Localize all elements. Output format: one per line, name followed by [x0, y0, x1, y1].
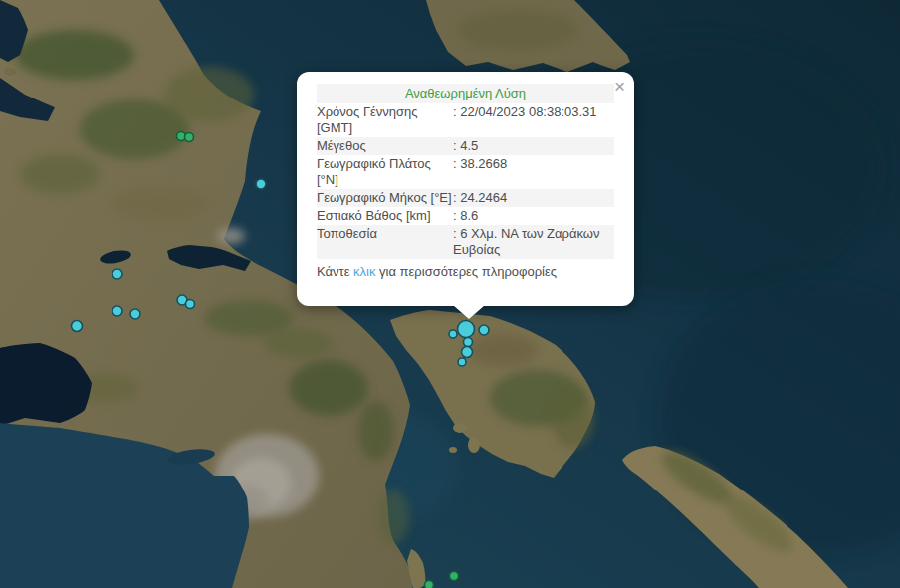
popup-revised-solution: × Αναθεωρημένη Λύση Χρόνος Γέννησης [GMT…	[297, 72, 634, 306]
popup-tail	[453, 305, 485, 319]
row-longitude: Γεωγραφικό Μήκος [°E] : 24.2464	[317, 189, 614, 207]
magnitude-label: Μέγεθος	[317, 138, 453, 154]
row-depth: Εστιακό Βάθος [km] : 8.6	[317, 207, 614, 225]
close-icon[interactable]: ×	[614, 77, 625, 96]
footer-suffix: για περισσότερες πληροφορίες	[375, 264, 557, 279]
earthquake-marker[interactable]	[425, 581, 434, 588]
earthquake-marker[interactable]	[185, 133, 194, 142]
depth-label: Εστιακό Βάθος [km]	[317, 208, 453, 224]
earthquake-marker[interactable]	[112, 306, 122, 316]
longitude-label: Γεωγραφικό Μήκος [°E]	[317, 190, 453, 206]
earthquake-marker[interactable]	[464, 338, 473, 347]
latitude-value: : 38.2668	[453, 156, 614, 188]
earthquake-marker[interactable]	[449, 330, 457, 338]
earthquake-marker[interactable]	[458, 321, 475, 338]
more-info-link[interactable]: κλικ	[353, 264, 375, 279]
earthquake-marker[interactable]	[186, 300, 195, 309]
earthquake-marker[interactable]	[479, 325, 489, 335]
location-label: Τοποθεσία	[317, 226, 453, 258]
location-value: : 6 Χλμ. ΝΑ των Ζαράκων Ευβοίας	[453, 226, 614, 258]
earthquake-marker[interactable]	[72, 321, 83, 332]
row-magnitude: Μέγεθος : 4.5	[317, 137, 614, 155]
popup-title: Αναθεωρημένη Λύση	[317, 84, 614, 103]
earthquake-marker[interactable]	[462, 347, 473, 358]
earthquake-marker[interactable]	[112, 269, 122, 279]
magnitude-value: : 4.5	[453, 138, 614, 154]
earthquake-marker[interactable]	[256, 179, 266, 189]
earthquake-marker[interactable]	[458, 358, 466, 366]
row-location: Τοποθεσία : 6 Χλμ. ΝΑ των Ζαράκων Ευβοία…	[317, 225, 614, 259]
depth-value: : 8.6	[453, 208, 614, 224]
row-origin-time: Χρόνος Γέννησης [GMT] : 22/04/2023 08:38…	[317, 103, 614, 137]
row-latitude: Γεωγραφικό Πλάτος [°N] : 38.2668	[317, 155, 614, 189]
origin-time-value: : 22/04/2023 08:38:03.31	[453, 104, 614, 136]
earthquake-marker[interactable]	[450, 572, 459, 581]
origin-time-label: Χρόνος Γέννησης [GMT]	[317, 104, 453, 136]
latitude-label: Γεωγραφικό Πλάτος [°N]	[317, 156, 453, 188]
longitude-value: : 24.2464	[453, 190, 614, 206]
popup-footer: Κάντε κλικ για περισσότερες πληροφορίες	[317, 259, 614, 280]
earthquake-marker[interactable]	[130, 309, 140, 319]
footer-prefix: Κάντε	[317, 264, 353, 279]
